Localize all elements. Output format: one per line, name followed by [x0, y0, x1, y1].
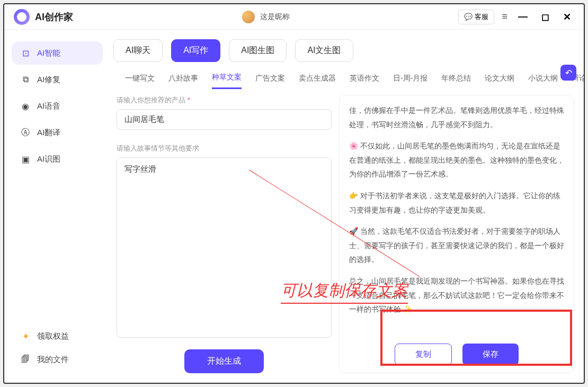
sidebar-item-ai-smart[interactable]: ⊡ AI智能: [12, 41, 103, 65]
avatar[interactable]: [242, 11, 255, 23]
sidebar-item-ai-translate[interactable]: Ⓐ AI翻译: [12, 121, 103, 144]
product-label: 请输入你想推荐的产品 *: [117, 95, 332, 105]
tab-ai-chat[interactable]: AI聊天: [113, 39, 163, 62]
details-textarea[interactable]: [117, 157, 332, 338]
subtab-onekey[interactable]: 一键写文: [125, 74, 155, 89]
app-title: AI创作家: [35, 11, 73, 23]
sidebar-item-my-files[interactable]: 🗐 我的文件: [12, 348, 103, 371]
sidebar-item-ai-image[interactable]: ▣ AI识图: [12, 147, 103, 171]
file-icon: 🗐: [20, 354, 31, 365]
tab-ai-txt2img[interactable]: AI文生图: [295, 39, 353, 62]
titlebar: AI创作家 这是昵称 💬 客服 ≡ — ◻ ✕: [4, 4, 584, 30]
form-panel: 请输入你想推荐的产品 * 请输入故事情节等其他要求 开始生成: [113, 95, 332, 373]
ai-icon: ⊡: [20, 48, 31, 58]
translate-icon: Ⓐ: [20, 127, 31, 138]
sidebar-item-ai-repair[interactable]: ⧉ AI修复: [12, 68, 103, 91]
tab-ai-img2img[interactable]: AI图生图: [229, 39, 287, 62]
nickname: 这是昵称: [260, 12, 290, 22]
sub-tabs: 一键写文 八卦故事 种草文案 广告文案 卖点生成器 英语作文 日-周-月报 年终…: [113, 69, 574, 89]
customer-service-button[interactable]: 💬 客服: [458, 10, 494, 24]
subtab-english[interactable]: 英语作文: [350, 74, 379, 89]
chat-icon: 💬: [464, 13, 473, 21]
sidebar-item-benefits[interactable]: ✦ 领取权益: [12, 324, 103, 348]
app-logo-icon: [14, 9, 30, 25]
subtab-selling[interactable]: 卖点生成器: [299, 74, 336, 89]
undo-icon[interactable]: ↶: [560, 65, 576, 81]
subtab-thesis[interactable]: 论文大纲: [485, 74, 514, 89]
save-button[interactable]: 保存: [462, 344, 519, 365]
subtab-report[interactable]: 日-周-月报: [393, 74, 427, 89]
subtab-ad[interactable]: 广告文案: [255, 74, 285, 89]
product-input[interactable]: [117, 109, 332, 130]
tab-ai-write[interactable]: AI写作: [171, 39, 220, 62]
voice-icon: ◉: [20, 101, 31, 111]
output-text[interactable]: 佳，仿佛握在手中是一件艺术品。笔锋则选用优质羊毛，经过特殊处理，书写时丝滑流畅，…: [349, 103, 564, 337]
maximize-button[interactable]: ◻: [538, 11, 553, 23]
repair-icon: ⧉: [20, 74, 31, 85]
main-tabs: AI聊天 AI写作 AI图生图 AI文生图: [113, 39, 574, 62]
subtab-gossip[interactable]: 八卦故事: [168, 74, 198, 89]
copy-button[interactable]: 复制: [395, 344, 452, 365]
gift-icon: ✦: [20, 331, 31, 341]
close-button[interactable]: ✕: [560, 11, 574, 23]
generate-button[interactable]: 开始生成: [184, 349, 264, 373]
output-panel: 佳，仿佛握在手中是一件艺术品。笔锋则选用优质羊毛，经过特殊处理，书写时丝滑流畅，…: [339, 95, 574, 373]
details-label: 请输入故事情节等其他要求: [117, 144, 332, 153]
sidebar-item-ai-voice[interactable]: ◉ AI语音: [12, 94, 103, 118]
sidebar: ⊡ AI智能 ⧉ AI修复 ◉ AI语音 Ⓐ AI翻译 ▣ AI识图 ✦: [4, 30, 110, 383]
subtab-yearend[interactable]: 年终总结: [441, 74, 471, 89]
minimize-button[interactable]: —: [515, 11, 531, 22]
subtab-seed[interactable]: 种草文案: [212, 73, 242, 89]
image-icon: ▣: [20, 154, 31, 164]
subtab-novel[interactable]: 小说大纲: [528, 74, 558, 89]
menu-icon[interactable]: ≡: [502, 11, 507, 22]
